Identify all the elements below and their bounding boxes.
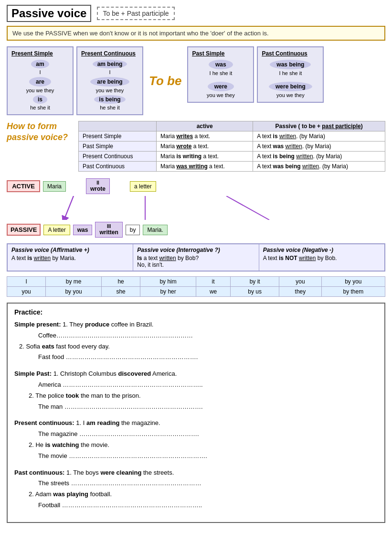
how-table-header-tense xyxy=(79,121,157,131)
pronoun-cell: by them xyxy=(321,287,385,297)
passive-agent: Maria. xyxy=(143,225,167,235)
tense-cell: Past Continuous xyxy=(79,162,157,172)
pronoun-cell: by me xyxy=(46,277,102,287)
how-table: active Passive ( to be + past participle… xyxy=(78,121,385,172)
practice-dot-line: The streets ……………………………………………………… xyxy=(38,479,378,489)
to-be-label: To be xyxy=(149,74,181,88)
tense-box-present-simple: Present Simple am I are you we they is h… xyxy=(7,46,74,115)
rule-affirmative-title: Passive voice (Affirmative +) xyxy=(11,247,129,253)
svg-line-2 xyxy=(226,196,269,220)
practice-title: Practice: xyxy=(14,308,378,316)
arrow-svg xyxy=(50,196,336,220)
tense-oval-are: are xyxy=(29,77,51,87)
practice-group-title: Present continuous: 1. I am reading the … xyxy=(14,418,378,428)
practice-dot-line: The magazine …………………………………………………. xyxy=(38,429,378,439)
active-verb-roman: II xyxy=(90,180,106,185)
tense-cell: Present Continuous xyxy=(79,152,157,162)
tense-box-present-continuous: Present Continuous am being I are being … xyxy=(76,46,143,115)
passive-cell: A text was being written. (by Maria) xyxy=(253,162,385,172)
practice-group-title: Past continuous: 1. The boys were cleani… xyxy=(14,468,378,478)
how-title: How to formpassive voice? xyxy=(7,121,74,143)
rule-negative-title: Passive voice (Negative -) xyxy=(263,247,381,253)
active-row: ACTIVE Maria II wrote a letter xyxy=(7,178,385,194)
pronoun-row: I by me he by him it by it you by you xyxy=(7,277,385,287)
pronoun-cell: you xyxy=(279,277,322,287)
pronoun-cell: we xyxy=(196,287,231,297)
practice-group-past-continuous: Past continuous: 1. The boys were cleani… xyxy=(14,468,378,511)
practice-item: 2. He is watching the movie. xyxy=(29,440,378,450)
tense-oval-is: is xyxy=(33,95,47,104)
table-row: Present Simple Maria writes a text. A te… xyxy=(79,131,385,141)
practice-group-present-continuous: Present continuous: 1. I am reading the … xyxy=(14,418,378,461)
tense-oval-are-being: are being xyxy=(90,77,129,87)
rule-negative-text: A text is NOT written by Bob. xyxy=(263,255,381,261)
pronoun-cell: she xyxy=(102,287,140,297)
rules-row: Passive voice (Affirmative +) A text is … xyxy=(7,243,385,272)
active-cell: Maria is writing a text. xyxy=(157,152,253,162)
table-row: Past Continuous Maria was writing a text… xyxy=(79,162,385,172)
diagram-section: ACTIVE Maria II wrote a letter xyxy=(7,178,385,238)
how-section: How to formpassive voice? active Passive… xyxy=(7,121,385,172)
practice-group-simple-past: Simple Past: 1. Christoph Columbus disco… xyxy=(14,369,378,412)
practice-group-simple-present: Simple present: 1. They produce coffee i… xyxy=(14,320,378,362)
group-label: Simple Past: xyxy=(14,370,52,377)
pronoun-cell: by him xyxy=(140,277,196,287)
passive-cell: A text is written. (by Maria) xyxy=(253,131,385,141)
active-label: ACTIVE xyxy=(7,180,40,192)
tense-title-past-simple: Past Simple xyxy=(192,50,249,57)
tense-oval-is-being: is being xyxy=(94,95,125,104)
rule-interrogative: Passive voice (Interrogative ?) Is a tex… xyxy=(133,244,259,271)
group-label: Present continuous: xyxy=(14,419,74,426)
how-table-header-active: active xyxy=(157,121,253,131)
pronoun-cell: it xyxy=(196,277,231,287)
practice-dot-line: Fast food ………………………………………………………. xyxy=(38,352,378,362)
tense-cell: Past Simple xyxy=(79,141,157,152)
rule-interrogative-text: Is a text written by Bob?No, it isn't. xyxy=(137,255,254,268)
svg-line-3 xyxy=(64,196,74,220)
pronoun-cell: by it xyxy=(231,277,279,287)
passive-label: PASSIVE xyxy=(7,224,41,236)
practice-dot-line: The movie …………………………………………………………. xyxy=(38,451,378,461)
practice-group-title: Simple Past: 1. Christoph Columbus disco… xyxy=(14,369,378,379)
pronoun-cell: he xyxy=(102,277,140,287)
passive-pp-box: III written xyxy=(95,222,122,238)
tense-box-past-continuous: Past Continuous was being I he she it we… xyxy=(257,46,324,103)
active-cell: Maria wrote a text. xyxy=(157,141,253,152)
how-table-header-passive: Passive ( to be + past participle) xyxy=(253,121,385,131)
pronoun-cell: you xyxy=(7,287,46,297)
passive-pp-roman: III xyxy=(99,224,118,229)
active-cell: Maria writes a text. xyxy=(157,131,253,141)
group-label: Past continuous: xyxy=(14,469,64,476)
tense-oval-am-being: am being xyxy=(93,60,127,68)
tense-oval-were: were xyxy=(208,82,234,91)
practice-section: Practice: Simple present: 1. They produc… xyxy=(7,303,385,523)
pronoun-table: I by me he by him it by it you by you yo… xyxy=(7,276,385,297)
tense-oval-were-being: were being xyxy=(269,82,312,91)
pronoun-cell: they xyxy=(279,287,322,297)
practice-item: 2. Adam was playing football. xyxy=(29,490,378,500)
active-cell: Maria was writing a text. xyxy=(157,162,253,172)
tense-cell: Present Simple xyxy=(79,131,157,141)
practice-dot-line: Coffee………………………………………………………… xyxy=(38,331,378,341)
rule-negative: Passive voice (Negative -) A text is NOT… xyxy=(259,244,384,271)
passive-cell: A text was written. (by Maria) xyxy=(253,141,385,152)
practice-dot-line: Football ………………………………………………………….. xyxy=(38,501,378,511)
passive-cell: A text is being written. (by Maria) xyxy=(253,152,385,162)
active-subject: Maria xyxy=(43,181,66,192)
rule-affirmative-text: A text is written by Maria. xyxy=(11,255,129,261)
page-title: Passive voice xyxy=(7,5,91,22)
pronoun-row: you by you she by her we by us they by t… xyxy=(7,287,385,297)
table-row: Past Simple Maria wrote a text. A text w… xyxy=(79,141,385,152)
passive-by: by xyxy=(126,225,140,235)
passive-subject: A letter xyxy=(43,225,70,235)
practice-dot-line: America ………………………………………………………….. xyxy=(38,380,378,390)
pronoun-cell: by us xyxy=(231,287,279,297)
tense-title-past-continuous: Past Continuous xyxy=(262,50,319,57)
practice-group-title: Simple present: 1. They produce coffee i… xyxy=(14,320,378,330)
pronoun-cell: by you xyxy=(321,277,385,287)
table-row: Present Continuous Maria is writing a te… xyxy=(79,152,385,162)
rule-interrogative-title: Passive voice (Interrogative ?) xyxy=(137,247,254,253)
pronoun-cell: by you xyxy=(46,287,102,297)
pronoun-cell: by her xyxy=(140,287,196,297)
passive-row: PASSIVE A letter was III written by Mari… xyxy=(7,222,385,238)
